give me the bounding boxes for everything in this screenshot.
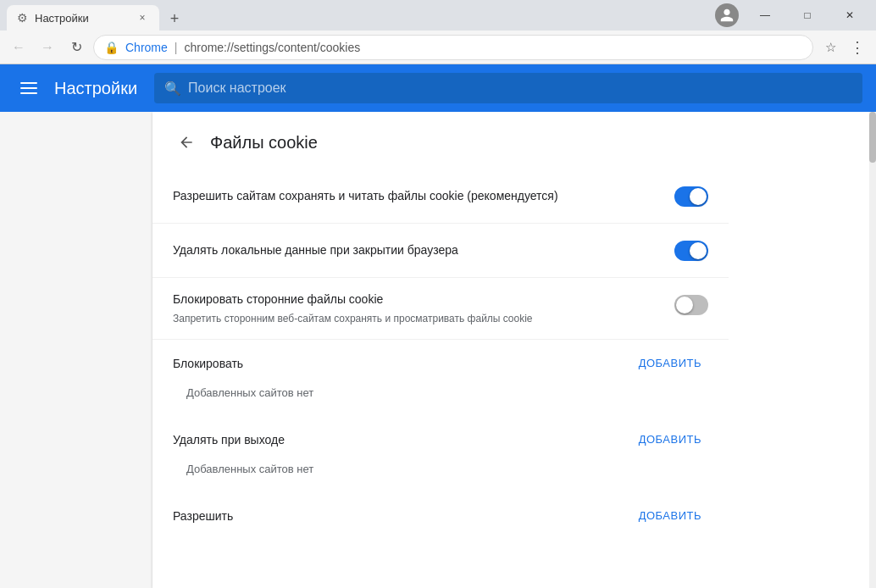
scrollbar-thumb[interactable] [869,112,876,163]
setting-text-delete-on-close: Удалять локальные данные при закрытии бр… [173,242,661,259]
section-label-delete-on-exit: Удалять при выходе [173,433,632,447]
maximize-button[interactable]: □ [788,2,827,29]
search-bar[interactable]: 🔍 [154,73,862,103]
page-back-button[interactable] [173,129,200,156]
setting-label-allow-cookies: Разрешить сайтам сохранять и читать файл… [173,188,661,205]
close-button[interactable]: ✕ [830,2,869,29]
address-bar-row: ← → ↻ 🔒 Chrome | chrome://settings/conte… [0,31,876,64]
search-input[interactable] [188,80,852,96]
toggle-thumb-allow-cookies [690,188,707,205]
close-tab-icon[interactable]: × [136,11,149,25]
app-title: Настройки [54,79,137,98]
ham-line-3 [20,92,37,94]
setting-row-delete-on-close: Удалять локальные данные при закрытии бр… [152,224,729,278]
tabs-area: ⚙ Настройки × + [7,0,715,31]
section-label-block: Блокировать [173,357,632,370]
page-title: Файлы cookie [210,133,318,153]
setting-text-block-third-party: Блокировать сторонние файлы cookie Запре… [173,291,661,325]
add-button-allow[interactable]: ДОБАВИТЬ [632,506,708,525]
setting-desc-block-third-party: Запретить сторонним веб-сайтам сохранять… [173,312,661,326]
empty-msg-delete-on-exit: Добавленных сайтов нет [152,456,729,492]
tab-title: Настройки [35,12,129,25]
search-icon: 🔍 [164,80,181,97]
account-area [715,3,739,27]
sidebar [0,112,152,588]
reload-button[interactable]: ↻ [64,36,88,59]
empty-msg-block: Добавленных сайтов нет [152,380,729,416]
url-path: chrome://settings/content/cookies [184,41,360,54]
toggle-block-third-party[interactable] [674,295,708,315]
minimize-button[interactable]: — [746,2,785,29]
setting-row-block-third-party: Блокировать сторонние файлы cookie Запре… [152,278,729,340]
gear-icon: ⚙ [17,11,28,25]
setting-text-allow-cookies: Разрешить сайтам сохранять и читать файл… [173,188,661,205]
add-button-delete-on-exit[interactable]: ДОБАВИТЬ [632,430,708,449]
toggle-thumb-block-third-party [676,297,693,313]
toggle-thumb-delete-on-close [690,242,707,259]
toggle-allow-cookies[interactable] [674,186,708,207]
section-header-allow: Разрешить ДОБАВИТЬ [152,492,729,532]
window-controls: — □ ✕ [746,2,869,29]
setting-label-delete-on-close: Удалять локальные данные при закрытии бр… [173,242,661,259]
bookmark-button[interactable]: ☆ [818,36,842,59]
forward-button[interactable]: → [36,36,59,59]
title-bar: ⚙ Настройки × + — □ ✕ [0,0,876,31]
url-separator: | [175,41,178,54]
panel-content: Файлы cookie Разрешить сайтам сохранять … [152,112,729,532]
section-header-delete-on-exit: Удалять при выходе ДОБАВИТЬ [152,416,729,456]
scrollbar-track[interactable] [869,112,876,588]
window-frame: ⚙ Настройки × + — □ ✕ ← → ↻ 🔒 Chrome | [0,0,876,588]
settings-tab[interactable]: ⚙ Настройки × [7,5,159,31]
security-icon: 🔒 [104,41,119,54]
new-tab-button[interactable]: + [163,7,186,31]
section-label-allow: Разрешить [173,509,632,523]
page-header: Файлы cookie [152,112,729,169]
setting-row-allow-cookies: Разрешить сайтам сохранять и читать файл… [152,169,729,224]
address-box[interactable]: 🔒 Chrome | chrome://settings/content/coo… [93,35,813,60]
site-name: Chrome [125,41,168,54]
setting-label-block-third-party: Блокировать сторонние файлы cookie [173,291,661,308]
ham-line-2 [20,87,37,89]
chrome-menu-button[interactable]: ⋮ [846,36,869,59]
address-actions: ☆ ⋮ [818,36,869,59]
account-icon[interactable] [715,3,739,27]
content-area: Файлы cookie Разрешить сайтам сохранять … [0,112,876,588]
back-button[interactable]: ← [7,36,30,59]
app-header: Настройки 🔍 [0,64,876,112]
toggle-delete-on-close[interactable] [674,241,708,261]
section-header-block: Блокировать ДОБАВИТЬ [152,340,729,380]
ham-line-1 [20,82,37,84]
add-button-block[interactable]: ДОБАВИТЬ [632,353,708,373]
hamburger-button[interactable] [14,73,44,103]
settings-panel[interactable]: Файлы cookie Разрешить сайтам сохранять … [152,112,869,588]
